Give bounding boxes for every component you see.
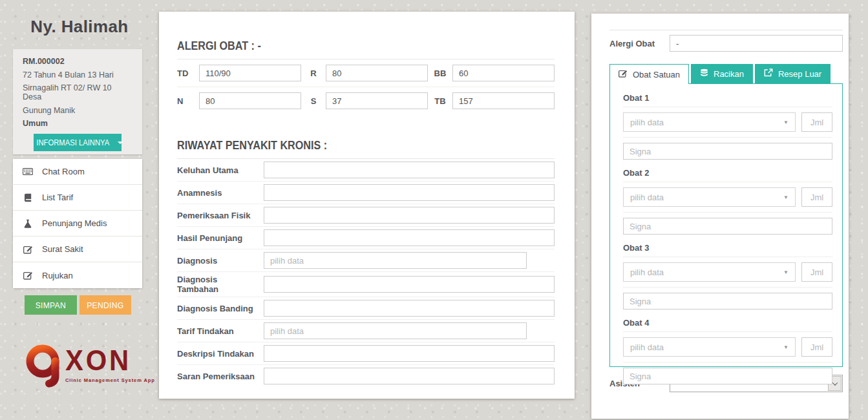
field-label: Keluhan Utama [177, 165, 264, 175]
vital-input-tb[interactable] [452, 92, 555, 109]
vital-label-td: TD [177, 68, 199, 78]
obat-3-qty-input[interactable] [801, 262, 832, 282]
diagnosis-banding-input[interactable] [264, 300, 555, 317]
vital-input-bb[interactable] [452, 65, 555, 81]
chevron-down-icon: ▼ [783, 269, 789, 275]
patient-info-card: RM.000002 72 Tahun 4 Bulan 13 Hari Sirna… [13, 49, 142, 154]
field-label: Diagnosis Banding [177, 304, 264, 313]
form-row-anamnesis: Anamnesis [177, 182, 555, 204]
allergy-heading: ALERGI OBAT : - [177, 39, 555, 59]
field-label: Pemeriksaan Fisik [177, 211, 264, 220]
tab-resep-luar[interactable]: Resep Luar [755, 64, 831, 83]
action-buttons: SIMPAN PENDING [25, 295, 131, 315]
vital-input-td[interactable] [199, 65, 301, 81]
field-label: Saran Pemeriksaan [177, 372, 264, 381]
obat-3-label: Obat 3 [623, 240, 832, 257]
tarif-tindakan-select[interactable] [264, 322, 527, 339]
obat-1-drug-select[interactable]: pilih data ▼ [623, 112, 796, 132]
axon-logo: XON Clinic Management System App [26, 341, 155, 388]
menu-item-label: Penunjang Medis [42, 218, 107, 228]
informasi-lainnya-button[interactable]: INFORMASI LAINNYA [34, 134, 122, 151]
history-heading: RIWAYAT PENYAKIT KRONIS : [177, 138, 555, 159]
field-label: Hasil Penunjang [177, 233, 264, 243]
record-number: RM.000002 [23, 57, 132, 66]
obat-2-select-row: pilih data ▼ [623, 182, 832, 213]
menu-item-rujukan[interactable]: Rujukan [13, 262, 142, 288]
obat-1-qty-input[interactable] [801, 112, 832, 132]
field-label: Anamnesis [177, 188, 264, 198]
vital-input-n[interactable] [199, 92, 301, 109]
menu-item-surat-sakit[interactable]: Surat Sakit [13, 236, 142, 262]
prescription-tabs: Obat Satuan Racikan Resep Luar [609, 64, 843, 83]
simpan-label: SIMPAN [36, 300, 66, 310]
chevron-down-icon [832, 380, 837, 385]
tab-racikan[interactable]: Racikan [691, 64, 753, 83]
obat-4-select-row: pilih data ▼ [623, 332, 832, 362]
patient-sidebar: Ny. Halimah RM.000002 72 Tahun 4 Bulan 1… [0, 0, 159, 420]
tab-obat-satuan[interactable]: Obat Satuan [609, 64, 689, 84]
obat-4-drug-select[interactable]: pilih data ▼ [623, 337, 796, 357]
obat-3-drug-select[interactable]: pilih data ▼ [623, 262, 796, 282]
diagnosis-tambahan-input[interactable] [264, 276, 555, 293]
menu-item-list-tarif[interactable]: List Tarif [13, 185, 142, 211]
obat-1-signa-input[interactable] [623, 143, 832, 160]
alergi-obat-row: Alergi Obat [609, 35, 843, 52]
pemeriksaan-fisik-input[interactable] [264, 207, 555, 224]
obat-4-qty-input[interactable] [801, 337, 832, 357]
vital-input-s[interactable] [326, 92, 428, 109]
select-placeholder: pilih data [630, 193, 664, 202]
vital-input-r[interactable] [326, 65, 428, 81]
alergi-obat-input[interactable] [670, 35, 843, 52]
select-placeholder: pilih data [630, 118, 664, 127]
informasi-lainnya-label: INFORMASI LAINNYA [37, 138, 110, 147]
allergy-heading-text: ALERGI OBAT : - [177, 39, 261, 53]
alergi-obat-label: Alergi Obat [609, 39, 670, 48]
menu-item-label: Surat Sakit [42, 244, 83, 254]
patient-category: Umum [23, 119, 132, 128]
field-label: Diagnosis [177, 256, 264, 266]
obat-3-select-row: pilih data ▼ [623, 257, 832, 288]
form-row-deskripsi-tindakan: Deskripsi Tindakan [177, 342, 555, 365]
pencil-square-icon [619, 69, 628, 79]
obat-3-group: Obat 3 pilih data ▼ [623, 240, 832, 315]
chevron-down-icon: ▼ [783, 344, 789, 350]
exam-form: Keluhan Utama Anamnesis Pemeriksaan Fisi… [177, 159, 555, 387]
form-row-keluhan-utama: Keluhan Utama [177, 159, 555, 182]
deskripsi-tindakan-input[interactable] [264, 345, 555, 362]
form-row-saran-pemeriksaan: Saran Pemeriksaan [177, 365, 555, 387]
obat-1-group: Obat 1 pilih data ▼ [623, 90, 832, 165]
patient-address-line2: Gunung Manik [23, 106, 132, 115]
vital-label-n: N [177, 96, 199, 106]
obat-2-group: Obat 2 pilih data ▼ [623, 165, 832, 240]
keyboard-icon [23, 167, 33, 176]
menu-item-chat-room[interactable]: Chat Room [13, 159, 142, 185]
vitals-table: TD R BB N S TB [177, 59, 555, 114]
history-heading-text: RIWAYAT PENYAKIT KRONIS : [177, 138, 327, 152]
vitals-row: N S TB [177, 87, 555, 114]
menu-item-penunjang-medis[interactable]: Penunjang Medis [13, 211, 142, 236]
pencil-square-icon [23, 245, 33, 254]
form-row-tarif-tindakan: Tarif Tindakan [177, 320, 555, 342]
pending-label: PENDING [87, 300, 123, 310]
obat-2-signa-input[interactable] [623, 218, 832, 235]
form-row-hasil-penunjang: Hasil Penunjang [177, 227, 555, 249]
obat-4-signa-input[interactable] [623, 368, 832, 384]
obat-3-signa-input[interactable] [623, 293, 832, 310]
hasil-penunjang-input[interactable] [264, 229, 555, 246]
obat-satuan-tab-content: Obat 1 pilih data ▼ Obat 2 pilih data ▼ [609, 83, 843, 367]
field-label: Diagnosis Tambahan [177, 275, 264, 294]
tab-label: Obat Satuan [633, 70, 680, 79]
caret-down-icon [118, 142, 123, 144]
diagnosis-select[interactable] [264, 252, 527, 269]
saran-pemeriksaan-input[interactable] [264, 368, 555, 384]
tab-label: Resep Luar [778, 69, 821, 79]
pending-button[interactable]: PENDING [79, 295, 131, 315]
obat-1-signa-row [623, 138, 832, 165]
keluhan-utama-input[interactable] [264, 162, 555, 178]
obat-2-qty-input[interactable] [801, 187, 832, 207]
obat-1-select-row: pilih data ▼ [623, 107, 832, 138]
obat-2-drug-select[interactable]: pilih data ▼ [623, 187, 796, 207]
axon-logo-a-glyph [26, 341, 63, 388]
simpan-button[interactable]: SIMPAN [25, 295, 77, 315]
anamnesis-input[interactable] [264, 184, 555, 201]
